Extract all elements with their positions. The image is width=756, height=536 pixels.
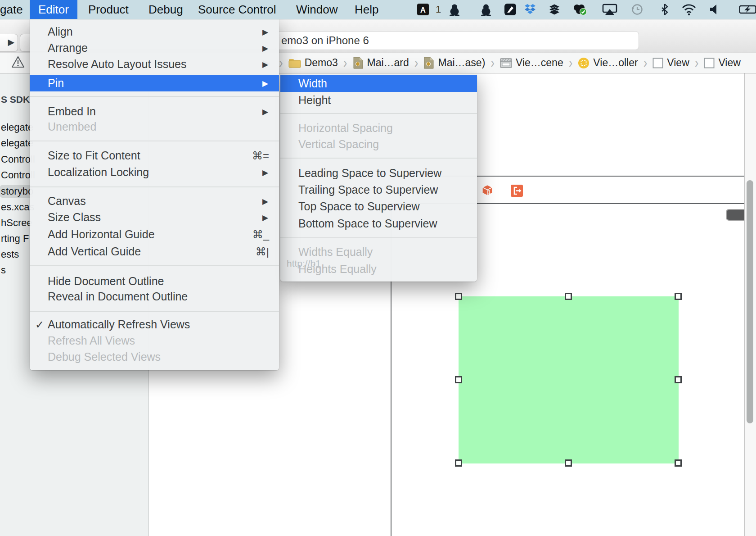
breadcrumb-view-controller[interactable]: Vie…oller xyxy=(578,57,638,69)
menu-separator xyxy=(30,96,279,97)
battery-charging-icon[interactable] xyxy=(739,3,756,16)
menu-item-hide-document-outline[interactable]: Hide Document Outline xyxy=(30,273,279,290)
resize-handle-top-left[interactable] xyxy=(455,293,462,300)
navigator-group-supporting-files[interactable]: rting F xyxy=(1,232,29,245)
view-icon xyxy=(704,58,715,68)
checkmark-icon: ✓ xyxy=(35,316,44,333)
navigator-group-products[interactable]: s xyxy=(1,264,6,277)
qq-icon[interactable] xyxy=(448,3,461,16)
resize-handle-mid-left[interactable] xyxy=(455,376,462,383)
warning-icon[interactable] xyxy=(11,55,25,69)
folder-icon xyxy=(288,58,301,68)
submenu-item-bottom-space[interactable]: Bottom Space to Superview xyxy=(280,215,477,232)
submenu-item-trailing-space[interactable]: Trailing Space to Superview xyxy=(280,182,477,198)
navigator-file-storyboard[interactable]: storybo xyxy=(1,185,33,198)
breadcrumb-view-1[interactable]: View xyxy=(652,57,689,69)
scheme-selector[interactable]: emo3 on iPhone 6 xyxy=(274,31,639,50)
qq-icon[interactable] xyxy=(480,3,492,16)
editor-menu: Align ▶ Arrange ▶ Resolve Auto Layout Is… xyxy=(30,19,279,370)
menu-item-embed-in[interactable]: Embed In ▶ xyxy=(30,103,279,120)
menu-item-resolve-auto-layout[interactable]: Resolve Auto Layout Issues ▶ xyxy=(30,56,279,73)
menu-item-reveal-in-document-outline[interactable]: Reveal in Document Outline xyxy=(30,288,279,305)
crumb-separator-icon: › xyxy=(279,54,283,72)
menu-item-arrange[interactable]: Arrange ▶ xyxy=(30,40,279,56)
menubar-item-editor[interactable]: Editor xyxy=(30,0,77,19)
navigator-group-tests[interactable]: ests xyxy=(1,248,19,261)
crumb-separator-icon: › xyxy=(414,54,418,72)
submenu-arrow-icon: ▶ xyxy=(262,209,268,226)
adobe-icon[interactable]: A xyxy=(417,3,429,16)
menu-item-size-class[interactable]: Size Class ▶ xyxy=(30,209,279,226)
selected-green-view[interactable] xyxy=(459,296,679,463)
menubar-item-source-control[interactable]: Source Control xyxy=(198,0,276,19)
breadcrumb-project[interactable]: Demo3 xyxy=(288,57,338,69)
resize-handle-mid-right[interactable] xyxy=(675,376,682,383)
resize-handle-top-right[interactable] xyxy=(675,293,682,300)
time-machine-icon[interactable] xyxy=(631,3,644,16)
menu-separator xyxy=(30,265,279,266)
menubar-item-product[interactable]: Product xyxy=(88,0,129,19)
navigator-file-appdelegate-m[interactable]: elegate xyxy=(1,137,33,150)
menu-separator xyxy=(30,186,279,187)
navigator-file-appdelegate-h[interactable]: elegate xyxy=(1,121,33,134)
menu-item-align[interactable]: Align ▶ xyxy=(30,23,279,40)
menu-item-canvas[interactable]: Canvas ▶ xyxy=(30,193,279,209)
submenu-item-leading-space[interactable]: Leading Space to Superview xyxy=(280,165,477,182)
crumb-separator-icon: › xyxy=(695,54,699,72)
menu-item-add-vertical-guide[interactable]: Add Vertical Guide ⌘| xyxy=(30,243,279,260)
bluetooth-icon[interactable] xyxy=(660,3,670,16)
scrollbar-thumb[interactable] xyxy=(747,180,753,423)
menubar-item-debug[interactable]: Debug xyxy=(148,0,183,19)
exit-segue-icon[interactable] xyxy=(511,185,523,197)
menubar-item-help[interactable]: Help xyxy=(355,0,378,19)
menu-item-automatically-refresh-views[interactable]: ✓ Automatically Refresh Views xyxy=(30,316,279,333)
menu-item-pin[interactable]: Pin ▶ xyxy=(30,75,279,91)
crumb-separator-icon: › xyxy=(490,54,495,72)
volume-icon[interactable] xyxy=(709,3,721,16)
wifi-icon[interactable] xyxy=(681,3,697,16)
resize-handle-bottom-left[interactable] xyxy=(455,459,462,467)
menu-item-add-horizontal-guide[interactable]: Add Horizontal Guide ⌘_ xyxy=(30,226,279,243)
first-responder-cube-icon[interactable]: 1 xyxy=(481,183,494,197)
submenu-arrow-icon: ▶ xyxy=(262,193,268,210)
dropbox-icon[interactable] xyxy=(524,3,536,16)
submenu-item-top-space[interactable]: Top Space to Superview xyxy=(280,198,477,215)
breadcrumb-storyboard-base[interactable]: Mai…ase) xyxy=(423,57,485,69)
xcode-window: 1 S SDK elegate elegate Controll Control… xyxy=(0,0,756,536)
layers-icon[interactable] xyxy=(548,3,561,16)
submenu-arrow-icon: ▶ xyxy=(262,164,268,181)
crumb-separator-icon: › xyxy=(644,54,648,72)
airplay-icon[interactable] xyxy=(602,3,617,16)
menubar-item-window[interactable]: Window xyxy=(296,0,338,19)
crumb-separator-icon: › xyxy=(569,54,573,72)
breadcrumb-storyboard-file[interactable]: Mai…ard xyxy=(353,57,409,69)
submenu-item-width[interactable]: Width xyxy=(280,75,477,92)
menu-separator xyxy=(280,237,477,238)
submenu-arrow-icon: ▶ xyxy=(262,104,268,120)
submenu-arrow-icon: ▶ xyxy=(262,24,268,41)
notes-app-icon[interactable] xyxy=(504,3,517,16)
breadcrumb-view-2[interactable]: View xyxy=(704,57,740,69)
breadcrumb-scene[interactable]: Vie…cene xyxy=(500,57,563,69)
scene-icon xyxy=(500,58,512,68)
shortcut-label: ⌘| xyxy=(256,243,269,260)
navigator-sdk-header: S SDK xyxy=(1,94,30,105)
run-button[interactable]: ▶ xyxy=(0,34,18,52)
svg-text:1: 1 xyxy=(488,189,491,195)
shortcut-label: ⌘_ xyxy=(252,226,269,243)
menu-item-unembed: Unembed xyxy=(30,118,279,135)
submenu-item-height[interactable]: Height xyxy=(280,92,477,109)
menu-item-localization-locking[interactable]: Localization Locking ▶ xyxy=(30,164,279,181)
sync-check-icon[interactable] xyxy=(572,3,588,16)
navigator-file-launchscreen[interactable]: hScree xyxy=(1,217,32,229)
resize-handle-bottom-center[interactable] xyxy=(565,459,572,467)
pin-submenu: http://b1 Width Height Horizontal Spacin… xyxy=(280,73,477,282)
resize-handle-top-center[interactable] xyxy=(565,293,572,300)
canvas-vertical-scrollbar[interactable] xyxy=(744,73,756,536)
menu-item-size-to-fit[interactable]: Size to Fit Content ⌘= xyxy=(30,147,279,164)
resize-handle-bottom-right[interactable] xyxy=(675,459,682,467)
submenu-item-widths-equally: Widths Equally xyxy=(280,244,477,260)
menubar-item-navigate-partial[interactable]: gate xyxy=(0,0,23,19)
status-indicator-badge[interactable]: 1 xyxy=(436,0,441,19)
submenu-item-heights-equally: Heights Equally xyxy=(280,261,477,277)
